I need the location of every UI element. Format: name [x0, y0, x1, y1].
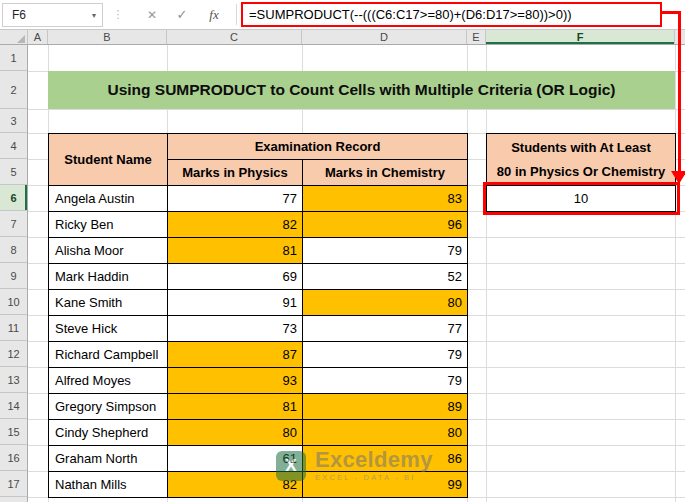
physics-mark-cell[interactable]: 91 [168, 290, 303, 316]
row-header-8[interactable]: 8 [0, 237, 27, 263]
chemistry-mark-cell[interactable]: 83 [303, 186, 468, 212]
chemistry-mark-cell[interactable]: 80 [303, 420, 468, 446]
student-name-cell[interactable]: Graham North [49, 446, 168, 472]
physics-mark-cell[interactable]: 87 [168, 342, 303, 368]
chemistry-mark-cell[interactable]: 52 [303, 264, 468, 290]
chemistry-mark-cell[interactable]: 96 [303, 212, 468, 238]
student-name-cell[interactable]: Cindy Shepherd [49, 420, 168, 446]
student-name-cell[interactable]: Steve Hick [49, 316, 168, 342]
column-header-F[interactable]: F [486, 30, 675, 44]
student-name-cell[interactable]: Richard Campbell [49, 342, 168, 368]
physics-mark-cell[interactable]: 82 [168, 212, 303, 238]
chemistry-mark-cell[interactable]: 80 [303, 290, 468, 316]
excel-window: F6 ▾ ⋮ ✕ ✓ fx =SUMPRODUCT(--(((C6:C17>=8… [0, 0, 685, 502]
formula-input[interactable]: =SUMPRODUCT(--(((C6:C17>=80)+(D6:D17>=80… [241, 2, 662, 27]
column-header-D[interactable]: D [302, 30, 467, 44]
row-header-12[interactable]: 12 [0, 341, 27, 367]
column-header-E[interactable]: E [467, 30, 486, 44]
column-header-C[interactable]: C [167, 30, 302, 44]
gridline-vertical [486, 45, 487, 502]
cancel-icon[interactable]: ✕ [140, 0, 164, 29]
formula-bar: F6 ▾ ⋮ ✕ ✓ fx =SUMPRODUCT(--(((C6:C17>=8… [0, 0, 685, 30]
physics-mark-cell[interactable]: 81 [168, 238, 303, 264]
select-all-corner[interactable] [0, 30, 28, 44]
chemistry-mark-cell[interactable]: 99 [303, 472, 468, 498]
row-header-7[interactable]: 7 [0, 211, 27, 237]
row-header-column: 1234567891011121314151617 [0, 45, 28, 502]
student-name-cell[interactable]: Angela Austin [49, 186, 168, 212]
result-label-line2: 80 in Physics Or Chemistry [497, 160, 665, 184]
name-box-value: F6 [12, 8, 26, 22]
column-header-row: ABCDEF [0, 30, 685, 45]
physics-mark-cell[interactable]: 81 [168, 394, 303, 420]
students-table: Student Name Examination Record Marks in… [48, 133, 468, 498]
physics-mark-cell[interactable]: 73 [168, 316, 303, 342]
physics-mark-cell[interactable]: 80 [168, 420, 303, 446]
chemistry-mark-cell[interactable]: 77 [303, 316, 468, 342]
row-header-2[interactable]: 2 [0, 71, 27, 109]
physics-header-cell[interactable]: Marks in Physics [168, 160, 303, 186]
select-all-triangle-icon [17, 35, 25, 43]
chemistry-header-cell[interactable]: Marks in Chemistry [303, 160, 468, 186]
row-header-6[interactable]: 6 [0, 185, 27, 211]
formula-bar-divider [236, 4, 237, 25]
student-name-cell[interactable]: Alfred Moyes [49, 368, 168, 394]
chemistry-mark-cell[interactable]: 79 [303, 368, 468, 394]
enter-icon[interactable]: ✓ [170, 0, 194, 29]
title-cell[interactable]: Using SUMPRODUCT to Count Cells with Mul… [48, 71, 675, 109]
row-header-3[interactable]: 3 [0, 109, 27, 133]
row-header-1[interactable]: 1 [0, 45, 27, 71]
physics-mark-cell[interactable]: 82 [168, 472, 303, 498]
student-name-cell[interactable]: Kane Smith [49, 290, 168, 316]
result-label-line1: Students with At Least [511, 136, 651, 160]
row-header-16[interactable]: 16 [0, 445, 27, 471]
student-name-cell[interactable]: Mark Haddin [49, 264, 168, 290]
chemistry-mark-cell[interactable]: 89 [303, 394, 468, 420]
row-header-10[interactable]: 10 [0, 289, 27, 315]
formula-text: =SUMPRODUCT(--(((C6:C17>=80)+(D6:D17>=80… [249, 7, 572, 22]
arrow-line-vertical [678, 11, 681, 171]
row-header-15[interactable]: 15 [0, 419, 27, 445]
result-annotation-box [483, 182, 680, 215]
student-name-cell[interactable]: Ricky Ben [49, 212, 168, 238]
student-name-cell[interactable]: Gregory Simpson [49, 394, 168, 420]
row-header-17[interactable]: 17 [0, 471, 27, 497]
exam-record-header-cell[interactable]: Examination Record [168, 134, 468, 160]
chemistry-mark-cell[interactable]: 79 [303, 238, 468, 264]
physics-mark-cell[interactable]: 69 [168, 264, 303, 290]
insert-function-icon[interactable]: fx [201, 0, 227, 29]
formula-bar-grip-icon: ⋮ [110, 0, 126, 29]
row-header-14[interactable]: 14 [0, 393, 27, 419]
chemistry-mark-cell[interactable]: 86 [303, 446, 468, 472]
row-header-11[interactable]: 11 [0, 315, 27, 341]
column-header-B[interactable]: B [48, 30, 167, 44]
gridline-horizontal [28, 109, 685, 110]
name-box-dropdown-icon[interactable]: ▾ [92, 11, 96, 20]
row-header-5[interactable]: 5 [0, 159, 27, 185]
student-name-cell[interactable]: Nathan Mills [49, 472, 168, 498]
result-label-cell[interactable]: Students with At Least 80 in Physics Or … [486, 133, 676, 186]
physics-mark-cell[interactable]: 77 [168, 186, 303, 212]
chemistry-mark-cell[interactable]: 79 [303, 342, 468, 368]
row-header-9[interactable]: 9 [0, 263, 27, 289]
student-name-header-cell[interactable]: Student Name [49, 134, 168, 186]
physics-mark-cell[interactable]: 61 [168, 446, 303, 472]
student-name-cell[interactable]: Alisha Moor [49, 238, 168, 264]
physics-mark-cell[interactable]: 93 [168, 368, 303, 394]
name-box[interactable]: F6 ▾ [2, 3, 103, 27]
column-header-A[interactable]: A [28, 30, 48, 44]
row-header-13[interactable]: 13 [0, 367, 27, 393]
row-header-4[interactable]: 4 [0, 133, 27, 159]
gridline-vertical [675, 45, 676, 502]
